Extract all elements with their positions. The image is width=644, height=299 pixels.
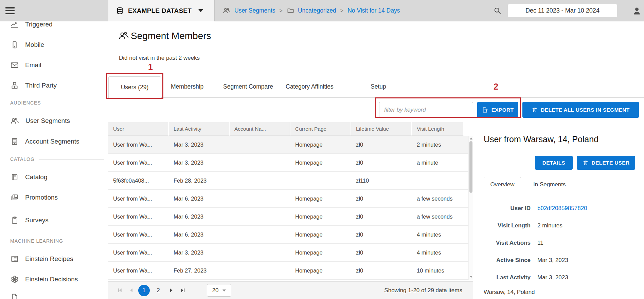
column-header-current-page[interactable]: Current Page: [290, 122, 351, 136]
column-header-lifetime-value[interactable]: Lifetime Value: [351, 122, 412, 136]
tab-users[interactable]: Users (29): [108, 76, 161, 98]
user-avatar-icon[interactable]: [632, 6, 642, 16]
scrollbar-down-arrow-icon[interactable]: [470, 276, 472, 278]
panel-tab-in-segments[interactable]: In Segments: [533, 181, 566, 188]
table-row[interactable]: User from Wa... Mar 3, 2023 Homepage zł0…: [108, 244, 473, 262]
list-card-icon: [10, 255, 19, 263]
caret-down-icon: [198, 9, 203, 12]
sidebar-item-account-segments[interactable]: Account Segments: [0, 135, 108, 148]
column-header-last-activity[interactable]: Last Activity: [169, 122, 230, 136]
cell-last-activity: Feb 27, 2023: [169, 262, 230, 279]
tab-category-affinities[interactable]: Category Affinities: [286, 83, 334, 90]
breadcrumb-separator: >: [279, 8, 283, 14]
field-label: Visit Length: [483, 222, 531, 230]
column-header-visit-length[interactable]: Visit Length: [412, 122, 464, 136]
table-header: User Last Activity Account Na... Current…: [108, 122, 473, 136]
tab-membership[interactable]: Membership: [171, 83, 203, 90]
sidebar-item-label: Triggered: [25, 21, 53, 28]
last-page-icon[interactable]: [177, 285, 189, 296]
table-row[interactable]: User from Wa... Mar 6, 2023 Homepage zł0…: [108, 226, 473, 244]
cell-current-page: Homepage: [290, 262, 351, 279]
panel-tab-overview[interactable]: Overview: [484, 177, 521, 192]
cell-account-name: [230, 136, 290, 153]
sidebar-item-label: Account Segments: [25, 138, 79, 145]
sidebar-item-mobile[interactable]: Mobile: [0, 38, 108, 51]
sidebar-section-catalog: CATALOG: [0, 154, 108, 164]
cell-user: User from Wa...: [108, 244, 169, 261]
sidebar-item-einstein-decisions[interactable]: Einstein Decisions: [0, 273, 108, 286]
export-label: EXPORT: [491, 107, 514, 113]
page-button-2[interactable]: 2: [153, 285, 164, 296]
cell-current-page: Homepage: [290, 190, 351, 207]
pagination-bar: 1 2 20 Showing 1-20 of 29 data items: [108, 281, 473, 299]
mobile-icon: [10, 40, 19, 49]
sidebar-item-einstein-recipes[interactable]: Einstein Recipes: [0, 253, 108, 265]
date-range-picker[interactable]: Dec 11 2023 - Mar 10 2024: [508, 4, 617, 17]
users-group-icon: [222, 6, 231, 15]
breadcrumb-current-page[interactable]: No Visit for 14 Days: [347, 7, 400, 14]
sidebar-item-user-segments[interactable]: User Segments: [0, 114, 108, 127]
trash-icon: [583, 160, 589, 166]
table-row[interactable]: User from Wa... Mar 3, 2023 Homepage zł0…: [108, 154, 473, 172]
section-header-label: MACHINE LEARNING: [10, 238, 63, 244]
tab-setup[interactable]: Setup: [371, 83, 386, 90]
sidebar-item-label: Third Party: [25, 82, 57, 89]
scrollbar-up-arrow-icon[interactable]: [470, 137, 472, 139]
sidebar-item-catalog[interactable]: Catalog: [0, 171, 108, 184]
page-button-1[interactable]: 1: [138, 285, 150, 296]
field-label: User ID: [483, 205, 531, 213]
next-page-icon[interactable]: [165, 285, 177, 296]
cell-current-page: Homepage: [290, 154, 351, 171]
cell-visit-length: [412, 172, 464, 189]
cell-last-activity: Mar 6, 2023: [169, 208, 230, 225]
cell-account-name: [230, 154, 290, 171]
sidebar-item-surveys[interactable]: Surveys: [0, 214, 108, 227]
hamburger-menu-icon[interactable]: [5, 7, 15, 14]
table-row[interactable]: User from Wa... Mar 6, 2023 Homepage zł0…: [108, 190, 473, 208]
tab-segment-compare[interactable]: Segment Compare: [223, 83, 273, 90]
export-button[interactable]: EXPORT: [477, 102, 518, 118]
breadcrumb-uncategorized[interactable]: Uncategorized: [298, 7, 336, 14]
atom-icon: [10, 275, 19, 284]
table-body: User from Wa... Mar 3, 2023 Homepage zł0…: [108, 136, 473, 280]
sidebar-item-third-party[interactable]: Third Party: [0, 79, 108, 92]
table-row[interactable]: User from Wa... Mar 3, 2023 Homepage zł0…: [108, 136, 473, 154]
picture-icon: [10, 193, 19, 202]
delete-user-button[interactable]: DELETE USER: [577, 156, 635, 170]
sidebar-item-promotions[interactable]: Promotions: [0, 191, 108, 204]
breadcrumb-user-segments[interactable]: User Segments: [234, 7, 275, 14]
book-icon: [10, 173, 19, 182]
cell-visit-length: a few seconds: [412, 190, 464, 207]
sidebar-item-email[interactable]: Email: [0, 59, 108, 72]
details-button[interactable]: DETAILS: [535, 156, 573, 170]
cell-lifetime-value: zł0: [351, 154, 412, 171]
cell-lifetime-value: zł0: [351, 190, 412, 207]
cell-last-activity: Mar 3, 2023: [169, 136, 230, 153]
search-icon[interactable]: [493, 6, 502, 15]
details-label: DETAILS: [542, 160, 565, 166]
user-id-link[interactable]: b02df20859857820: [537, 205, 587, 213]
cell-current-page: Homepage: [290, 136, 351, 153]
filter-input[interactable]: [379, 102, 473, 118]
sidebar-item-label: User Segments: [25, 117, 70, 125]
sidebar-item-partial[interactable]: [0, 291, 108, 299]
database-icon: [116, 7, 124, 15]
dataset-selector[interactable]: EXAMPLE DATASET: [108, 0, 215, 21]
table-scrollbar[interactable]: [468, 136, 473, 280]
sidebar-item-triggered[interactable]: Triggered: [0, 21, 108, 31]
page-size-select[interactable]: 20: [207, 284, 231, 297]
building-icon: [10, 137, 19, 146]
delete-all-users-button[interactable]: DELETE ALL USERS IN SEGMENT: [522, 102, 639, 118]
users-group-icon: [118, 30, 129, 41]
column-header-user[interactable]: User: [108, 122, 169, 136]
column-header-account-name[interactable]: Account Na...: [230, 122, 290, 136]
table-row[interactable]: User from Wa... Feb 27, 2023 Homepage zł…: [108, 262, 473, 280]
scrollbar-thumb[interactable]: [469, 141, 472, 193]
page-title-text: Segment Members: [131, 31, 211, 41]
first-page-icon[interactable]: [114, 285, 125, 296]
table-row[interactable]: User from Wa... Mar 6, 2023 Homepage zł0…: [108, 208, 473, 226]
table-row[interactable]: 5f63fe0a408... Feb 28, 2023 zł110: [108, 172, 473, 190]
cell-account-name: [230, 208, 290, 225]
topbar-left: [0, 0, 108, 21]
previous-page-icon[interactable]: [125, 285, 137, 296]
